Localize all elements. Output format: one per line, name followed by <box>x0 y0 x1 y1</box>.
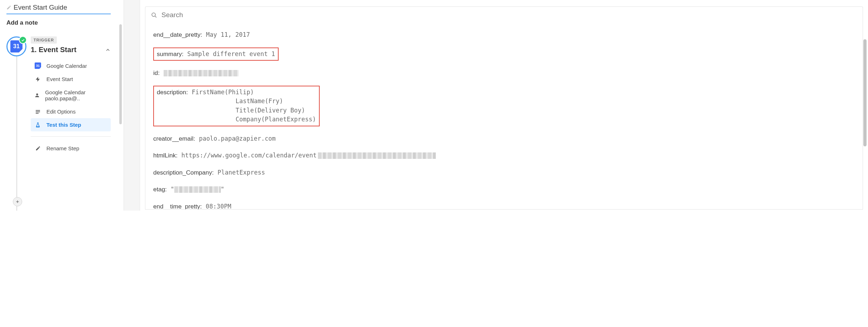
list-icon <box>34 109 41 115</box>
search-box <box>145 6 863 23</box>
left-scrollbar-track <box>117 0 124 211</box>
field-value: "" <box>171 186 225 193</box>
field-key: description: <box>157 89 188 96</box>
panel-divider <box>124 0 140 211</box>
step-header[interactable]: 1. Event Start <box>31 46 111 54</box>
flask-icon <box>34 122 41 128</box>
step-circle[interactable]: 31 <box>6 36 26 56</box>
field-key: description_Company: <box>153 169 214 176</box>
right-panel: end__date_pretty: May 11, 2017 summary: … <box>140 0 868 211</box>
timeline-line <box>16 56 17 211</box>
add-note-link[interactable]: Add a note <box>6 19 38 26</box>
field-key: end__date_pretty: <box>153 31 202 38</box>
left-scrollbar-thumb[interactable] <box>119 24 122 124</box>
left-panel: Add a note 31 TRIGGER 1. Event Start <box>0 0 117 211</box>
search-input[interactable] <box>161 11 857 19</box>
step-body: TRIGGER 1. Event Start 31 Google Calenda… <box>27 36 111 155</box>
right-scrollbar-thumb[interactable] <box>863 39 867 146</box>
field-key: creator__email: <box>153 135 195 142</box>
field-etag: etag: "" <box>153 185 855 194</box>
redacted-value <box>164 70 239 76</box>
zap-title-row <box>6 4 111 14</box>
menu-separator <box>31 136 111 137</box>
menu-item-account[interactable]: Google Calendar paolo.papa@.. <box>31 86 111 105</box>
redacted-value <box>174 186 221 193</box>
menu-item-trigger[interactable]: Event Start <box>31 72 111 86</box>
timeline: 31 <box>6 36 27 155</box>
check-icon <box>19 36 27 44</box>
field-html-link: htmlLink: https://www.google.com/calenda… <box>153 151 855 160</box>
menu-item-test[interactable]: Test this Step <box>31 118 111 131</box>
chevron-up-icon <box>105 47 111 53</box>
field-key: htmlLink: <box>153 152 178 159</box>
google-calendar-icon: 31 <box>34 62 41 69</box>
redacted-value <box>318 152 436 159</box>
add-step-button[interactable] <box>13 197 22 206</box>
menu-item-label: Test this Step <box>46 122 81 128</box>
pencil-icon <box>34 146 41 151</box>
field-key: id: <box>153 70 160 76</box>
step-menu-secondary: Rename Step <box>31 142 111 155</box>
field-creator-email: creator__email: paolo.papa@zapier.com <box>153 134 855 144</box>
lightning-icon <box>34 76 41 82</box>
menu-item-rename[interactable]: Rename Step <box>31 142 111 155</box>
field-value: May 11, 2017 <box>206 31 250 38</box>
trigger-badge: TRIGGER <box>31 36 57 44</box>
menu-item-label: Google Calendar paolo.papa@.. <box>45 89 107 101</box>
step-title: 1. Event Start <box>31 46 76 54</box>
menu-item-label: Edit Options <box>46 109 76 115</box>
svg-rect-1 <box>36 111 40 112</box>
field-value: PlanetExpress <box>218 169 265 176</box>
field-value: https://www.google.com/calendar/event <box>181 152 436 159</box>
field-value <box>164 69 239 76</box>
menu-item-label: Rename Step <box>46 145 79 151</box>
pencil-icon <box>6 5 11 10</box>
svg-point-3 <box>152 13 155 16</box>
svg-rect-2 <box>36 113 39 114</box>
step-menu: 31 Google Calendar Event Start Google Ca… <box>31 59 111 131</box>
field-end-date-pretty: end__date_pretty: May 11, 2017 <box>153 30 855 40</box>
menu-item-app[interactable]: 31 Google Calendar <box>31 59 111 72</box>
zap-title-input[interactable] <box>14 4 111 11</box>
menu-item-label: Google Calendar <box>46 63 87 69</box>
field-end-time-pretty: end__time_pretty: 08:30PM <box>153 202 855 210</box>
field-value: FirstName(Philip) LastName(Fry) Title(De… <box>192 88 316 124</box>
step-block: 31 TRIGGER 1. Event Start 31 <box>6 36 111 155</box>
user-icon <box>34 92 40 98</box>
search-icon <box>151 12 157 18</box>
svg-rect-0 <box>36 110 40 111</box>
field-value: 08:30PM <box>206 203 231 210</box>
sample-data-area: end__date_pretty: May 11, 2017 summary: … <box>145 23 863 210</box>
field-summary: summary: Sample different event 1 <box>153 47 279 61</box>
field-key: end__time_pretty: <box>153 203 202 210</box>
field-description: description: FirstName(Philip) LastName(… <box>153 86 320 126</box>
field-key: etag: <box>153 186 167 193</box>
menu-item-label: Event Start <box>46 76 73 82</box>
menu-item-options[interactable]: Edit Options <box>31 105 111 118</box>
field-value: Sample different event 1 <box>187 50 275 57</box>
field-key: summary: <box>157 51 184 57</box>
field-description-company: description_Company: PlanetExpress <box>153 168 855 177</box>
field-id: id: <box>153 69 855 78</box>
field-value: paolo.papa@zapier.com <box>199 135 276 142</box>
